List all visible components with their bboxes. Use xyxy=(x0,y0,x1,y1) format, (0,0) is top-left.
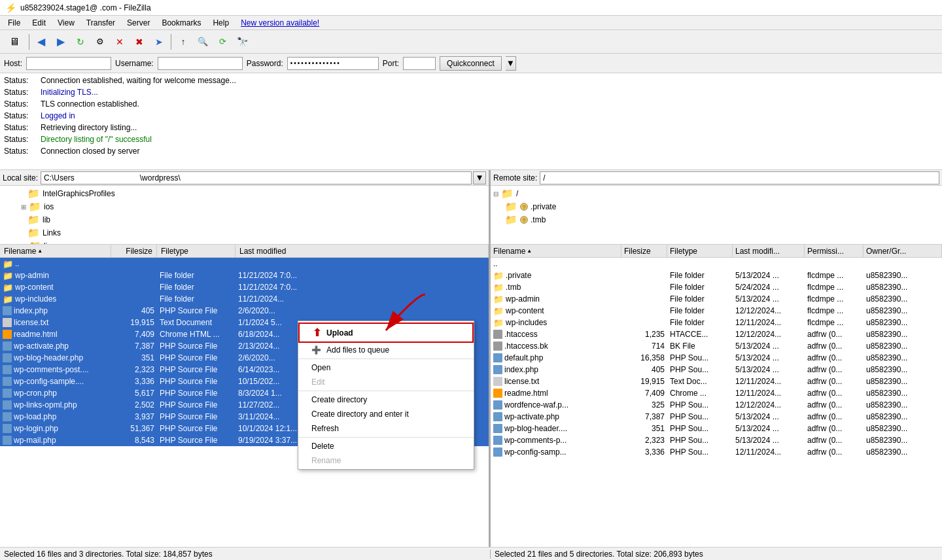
btn-queue-refresh[interactable]: ⟳ xyxy=(213,33,232,51)
btn-refresh[interactable]: ↻ xyxy=(71,33,90,51)
ctx-create-dir[interactable]: Create directory xyxy=(298,393,474,407)
remote-row-wpcomments[interactable]: wp-comments-p... 2,323 PHP Sou... 5/13/2… xyxy=(491,434,942,446)
remote-site-path[interactable] xyxy=(540,171,939,184)
local-row-wpadmin[interactable]: 📁wp-admin File folder 11/21/2024 7:0... xyxy=(0,270,489,281)
local-col-lastmod[interactable]: Last modified xyxy=(236,245,489,257)
ctx-add-queue-label: Add files to queue xyxy=(326,345,389,355)
ctx-create-dir-enter[interactable]: Create directory and enter it xyxy=(298,407,474,421)
remote-row-htaccessbk[interactable]: .htaccess.bk 714 BK File 5/13/2024 ... a… xyxy=(491,340,942,352)
remote-cell-htaccessbk-mod: 5/13/2024 ... xyxy=(733,341,805,351)
ctx-refresh[interactable]: Refresh xyxy=(298,421,474,436)
menu-new-version[interactable]: New version available! xyxy=(236,17,324,29)
menu-bookmarks[interactable]: Bookmarks xyxy=(156,17,206,29)
remote-tree[interactable]: ⊟ 📁 / 📁 ? .private 📁 ? .tmb xyxy=(491,186,942,245)
remote-row-wpconfig[interactable]: wp-config-samp... 3,336 PHP Sou... 12/11… xyxy=(491,446,942,458)
tree-item-root[interactable]: ⊟ 📁 / xyxy=(492,187,941,200)
btn-next-page[interactable]: ▶ xyxy=(52,33,70,51)
app-icon: ⚡ xyxy=(5,3,16,13)
local-col-filesize[interactable]: Filesize xyxy=(111,245,157,257)
password-input[interactable] xyxy=(287,57,379,70)
host-input[interactable] xyxy=(26,57,111,70)
btn-binoculars[interactable]: 🔭 xyxy=(233,33,251,51)
btn-cancel-red[interactable]: ✕ xyxy=(111,33,129,51)
remote-row-licensetxt[interactable]: license.txt 19,915 Text Doc... 12/11/202… xyxy=(491,376,942,387)
remote-col-filesize[interactable]: Filesize xyxy=(621,245,667,257)
btn-arrow-right[interactable]: ➤ xyxy=(150,33,168,51)
remote-file-body[interactable]: .. 📁.private File folder 5/13/2024 ... f… xyxy=(491,258,942,547)
remote-cell-wordfence-name: wordfence-waf.p... xyxy=(491,400,621,410)
local-row-dotdot[interactable]: 📁.. xyxy=(0,258,489,270)
btn-prev-page[interactable]: ◀ xyxy=(32,33,50,51)
btn-cancel-red2[interactable]: ✖ xyxy=(130,33,148,51)
menu-edit[interactable]: Edit xyxy=(27,17,51,29)
username-input[interactable] xyxy=(158,57,243,70)
remote-row-htaccess[interactable]: .htaccess 1,235 HTACCE... 12/12/2024... … xyxy=(491,328,942,340)
tree-item-lib[interactable]: 📁 lib xyxy=(1,213,487,226)
ctx-delete[interactable]: Delete xyxy=(298,439,474,453)
html-file-icon xyxy=(493,389,502,398)
btn-filter[interactable]: ⚙ xyxy=(91,33,109,51)
remote-cell-tmb-type: File folder xyxy=(667,283,733,292)
menu-transfer[interactable]: Transfer xyxy=(81,17,120,29)
remote-col-owner[interactable]: Owner/Gr... xyxy=(864,245,942,257)
remote-col-filetype[interactable]: Filetype xyxy=(667,245,733,257)
menu-file[interactable]: File xyxy=(3,17,26,29)
server-manager-btn[interactable]: 🖥 xyxy=(3,33,26,51)
remote-row-dotdot[interactable]: .. xyxy=(491,258,942,270)
local-col-filetype[interactable]: Filetype xyxy=(157,245,236,257)
remote-row-defaultphp[interactable]: default.php 16,358 PHP Sou... 5/13/2024 … xyxy=(491,352,942,364)
remote-cell-tmb-perms: flcdmpe ... xyxy=(805,283,864,292)
local-site-dropdown-btn[interactable]: ▼ xyxy=(473,171,486,184)
quickconnect-btn[interactable]: Quickconnect xyxy=(440,56,502,71)
remote-row-wpincludes[interactable]: 📁wp-includes File folder 12/11/2024... f… xyxy=(491,317,942,328)
remote-row-private[interactable]: 📁.private File folder 5/13/2024 ... flcd… xyxy=(491,270,942,281)
remote-row-wpadmin[interactable]: 📁wp-admin File folder 5/13/2024 ... flcd… xyxy=(491,293,942,305)
remote-row-wordfence[interactable]: wordfence-waf.p... 325 PHP Sou... 12/12/… xyxy=(491,399,942,411)
menu-view[interactable]: View xyxy=(52,17,80,29)
btn-queue-search[interactable]: 🔍 xyxy=(194,33,212,51)
remote-cell-readmehtml-name: readme.html xyxy=(491,389,621,398)
remote-col-perms[interactable]: Permissi... xyxy=(805,245,864,257)
remote-row-indexphp[interactable]: index.php 405 PHP Sou... 5/13/2024 ... a… xyxy=(491,364,942,376)
remote-row-tmb[interactable]: 📁.tmb File folder 5/24/2024 ... flcdmpe … xyxy=(491,281,942,293)
folder-icon: 📁 xyxy=(3,294,13,304)
btn-queue-up[interactable]: ↑ xyxy=(174,33,192,51)
local-row-indexphp[interactable]: index.php 405 PHP Source File 2/6/2020..… xyxy=(0,305,489,317)
tree-item-ios[interactable]: ⊞ 📁 ios xyxy=(1,200,487,213)
remote-col-lastmod[interactable]: Last modifi... xyxy=(733,245,805,257)
remote-row-wpcontent[interactable]: 📁wp-content File folder 12/12/2024... fl… xyxy=(491,305,942,317)
tree-item-tmb[interactable]: 📁 ? .tmb xyxy=(492,213,941,226)
local-cell-wplogin-type: PHP Source File xyxy=(157,424,236,433)
local-cell-wpcron-name: wp-cron.php xyxy=(0,389,111,398)
remote-row-wpactivate[interactable]: wp-activate.php 7,387 PHP Sou... 5/13/20… xyxy=(491,411,942,423)
php-file-icon xyxy=(3,377,12,386)
remote-cell-wpcomments-perms: adfrw (0... xyxy=(805,436,864,445)
local-tree[interactable]: 📁 IntelGraphicsProfiles ⊞ 📁 ios 📁 lib 📁 … xyxy=(0,186,489,245)
tree-item-intelpgp[interactable]: 📁 IntelGraphicsProfiles xyxy=(1,187,487,200)
local-cell-wpload-size: 3,937 xyxy=(111,412,157,421)
password-label: Password: xyxy=(247,59,283,68)
remote-cell-licensetxt-size: 19,915 xyxy=(621,377,667,386)
folder-icon-tmb: 📁 xyxy=(505,214,517,226)
ctx-create-dir-label: Create directory xyxy=(311,395,367,404)
menu-help[interactable]: Help xyxy=(207,17,234,29)
port-input[interactable] xyxy=(403,57,436,70)
ctx-add-files-queue[interactable]: ➕ Add files to queue xyxy=(298,343,474,357)
remote-cell-wpactivate-type: PHP Sou... xyxy=(667,412,733,421)
remote-col-filename[interactable]: Filename ▲ xyxy=(491,245,621,257)
local-col-filename[interactable]: Filename ▲ xyxy=(0,245,111,257)
remote-row-wpblogheader[interactable]: wp-blog-header.... 351 PHP Sou... 5/13/2… xyxy=(491,423,942,434)
menu-server[interactable]: Server xyxy=(122,17,155,29)
ctx-open[interactable]: Open xyxy=(298,360,474,375)
local-site-path[interactable] xyxy=(41,171,472,184)
remote-row-readmehtml[interactable]: readme.html 7,409 Chrome ... 12/11/2024.… xyxy=(491,387,942,399)
tree-item-private[interactable]: 📁 ? .private xyxy=(492,200,941,213)
local-row-wpincludes[interactable]: 📁wp-includes File folder 11/21/2024... xyxy=(0,293,489,305)
local-row-wpcontent[interactable]: 📁wp-content File folder 11/21/2024 7:0..… xyxy=(0,281,489,293)
ctx-upload[interactable]: ⬆ Upload xyxy=(298,323,474,343)
remote-cell-wpconfig-type: PHP Sou... xyxy=(667,447,733,457)
tree-item-linux[interactable]: ⊞ 📁 linux xyxy=(1,239,487,245)
quickconnect-dropdown-btn[interactable]: ▼ xyxy=(506,56,516,71)
tree-item-links[interactable]: 📁 Links xyxy=(1,226,487,239)
remote-site-bar: Remote site: xyxy=(491,170,942,186)
